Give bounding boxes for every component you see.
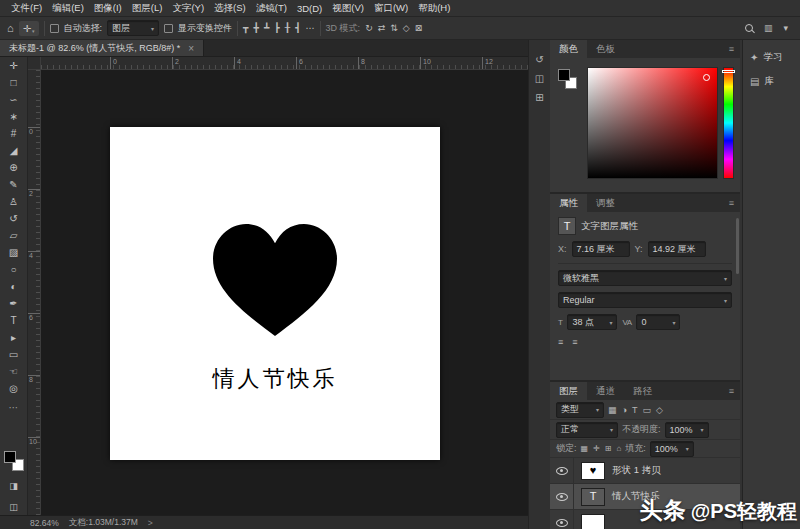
clone-stamp-tool[interactable]: ♙ [0, 193, 28, 210]
blend-mode-dropdown[interactable]: 正常 ▾ [556, 422, 618, 438]
history-brush-tool[interactable]: ↺ [0, 210, 28, 227]
menu-type[interactable]: 文字(Y) [167, 2, 209, 15]
blur-tool[interactable]: ○ [0, 261, 28, 278]
hand-tool[interactable]: ☜ [0, 363, 28, 380]
3d-drag-icon[interactable]: ⇅ [390, 23, 398, 33]
type-tool[interactable]: T [0, 312, 28, 329]
auto-select-target-dropdown[interactable]: 图层 ▾ [107, 20, 159, 36]
opacity-field[interactable]: 100% ▾ [665, 422, 709, 438]
tab-channels[interactable]: 通道 [587, 382, 624, 400]
menu-layer[interactable]: 图层(L) [127, 2, 168, 15]
tab-properties[interactable]: 属性 [550, 194, 587, 212]
current-tool-preset[interactable]: ✛ ▾ [19, 21, 39, 36]
path-selection-tool[interactable]: ▸ [0, 329, 28, 346]
document-tab[interactable]: 未标题-1 @ 82.6% (情人节快乐, RGB/8#) * × [0, 40, 204, 56]
move-tool[interactable]: ✛ [0, 57, 28, 74]
hue-slider[interactable] [723, 67, 734, 179]
spot-healing-brush-tool[interactable]: ⊕ [0, 159, 28, 176]
align-top-edges-icon[interactable]: ┳ [243, 23, 248, 33]
menu-3d[interactable]: 3D(D) [292, 3, 327, 14]
pen-tool[interactable]: ✒ [0, 295, 28, 312]
tab-adjustments[interactable]: 调整 [587, 194, 624, 212]
pasteboard[interactable]: 情人节快乐 [42, 71, 528, 515]
shape-tool[interactable]: ▭ [0, 346, 28, 363]
quick-mask-icon[interactable]: ◨ [0, 479, 28, 493]
align-vertical-centers-icon[interactable]: ╋ [254, 23, 259, 33]
lock-all-icon[interactable]: ⌂ [616, 444, 621, 453]
x-position-field[interactable]: 7.16 厘米 [572, 241, 630, 257]
menu-window[interactable]: 窗口(W) [369, 2, 413, 15]
menu-view[interactable]: 视图(V) [327, 2, 369, 15]
font-style-dropdown[interactable]: Regular ▾ [558, 292, 732, 308]
lock-transparent-pixels-icon[interactable]: ▦ [581, 444, 589, 453]
zoom-tool[interactable]: ◎ [0, 380, 28, 397]
horizontal-ruler[interactable]: 024681012 [41, 57, 528, 70]
status-expand-icon[interactable]: > [148, 518, 153, 528]
fill-field[interactable]: 100% ▾ [650, 441, 694, 457]
layer-visibility-toggle[interactable] [550, 484, 574, 509]
layer-visibility-toggle[interactable] [550, 458, 574, 483]
color-swatch-pair[interactable] [556, 67, 582, 99]
crop-tool[interactable]: # [0, 125, 28, 142]
menu-file[interactable]: 文件(F) [6, 2, 47, 15]
gradient-tool[interactable]: ▨ [0, 244, 28, 261]
foreground-color-swatch[interactable] [4, 451, 16, 463]
color-picker-marker[interactable] [703, 74, 710, 81]
panel-menu-icon[interactable]: ≡ [729, 44, 740, 54]
close-tab-icon[interactable]: × [188, 43, 194, 54]
lock-position-icon[interactable]: ⊞ [605, 444, 612, 453]
menu-select[interactable]: 选择(S) [209, 2, 251, 15]
eraser-tool[interactable]: ▱ [0, 227, 28, 244]
search-icon[interactable] [745, 24, 753, 32]
canvas-text[interactable]: 情人节快乐 [110, 364, 440, 394]
3d-roll-icon[interactable]: ⇄ [378, 23, 386, 33]
workspace-icon[interactable]: ▥ [764, 23, 773, 33]
show-transform-checkbox[interactable] [164, 24, 173, 33]
tracking-dropdown[interactable]: 0 ▾ [636, 314, 680, 330]
zoom-level-field[interactable]: 82.64% [30, 518, 59, 528]
tab-paths[interactable]: 路径 [624, 382, 661, 400]
3d-slide-icon[interactable]: ◇ [403, 23, 410, 33]
learn-panel-button[interactable]: ✦ 学习 [743, 48, 800, 67]
chevron-down-icon[interactable]: ▾ [783, 23, 788, 33]
quick-selection-tool[interactable]: ∗ [0, 108, 28, 125]
align-bottom-edges-icon[interactable]: ┻ [264, 23, 269, 33]
menu-filter[interactable]: 滤镜(T) [251, 2, 292, 15]
panel-menu-icon[interactable]: ≡ [729, 198, 740, 208]
layer-visibility-toggle[interactable] [550, 510, 574, 529]
collapsed-history-panel-icon[interactable]: ↺ [535, 54, 543, 65]
3d-scale-icon[interactable]: ⊠ [415, 23, 423, 33]
3d-rotate-icon[interactable]: ↻ [365, 23, 373, 33]
menu-help[interactable]: 帮助(H) [413, 2, 455, 15]
lock-image-pixels-icon[interactable]: ✛ [593, 444, 600, 453]
collapsed-info-panel-icon[interactable]: ◫ [535, 73, 544, 84]
vertical-ruler[interactable]: 0246810 [28, 70, 41, 515]
more-options-icon[interactable]: ⋯ [306, 23, 315, 33]
lasso-tool[interactable]: ∽ [0, 91, 28, 108]
text-align-left-icon[interactable]: ≡ [558, 337, 563, 347]
tab-layers[interactable]: 图层 [550, 382, 587, 400]
tab-swatches[interactable]: 色板 [587, 40, 624, 58]
layer-thumbnail[interactable] [581, 514, 605, 529]
layer-thumbnail[interactable]: ♥ [581, 462, 605, 480]
filter-pixel-layers-icon[interactable]: ▦ [608, 405, 617, 415]
foreground-color-swatch[interactable] [558, 69, 570, 81]
brush-tool[interactable]: ✎ [0, 176, 28, 193]
menu-edit[interactable]: 编辑(E) [47, 2, 89, 15]
panel-scrollbar[interactable] [736, 218, 739, 274]
ruler-origin[interactable] [28, 57, 41, 70]
hue-slider-marker[interactable] [722, 70, 735, 73]
layer-filter-dropdown[interactable]: 类型 ▾ [556, 402, 604, 418]
text-options-icon[interactable]: ≡ [572, 337, 577, 347]
layer-row-shape-copy[interactable]: ♥ 形状 1 拷贝 [550, 458, 740, 484]
libraries-panel-button[interactable]: ▤ 库 [743, 72, 800, 91]
foreground-background-swatches[interactable] [3, 450, 25, 472]
rectangular-marquee-tool[interactable]: □ [0, 74, 28, 91]
layer-thumbnail[interactable]: T [581, 488, 605, 506]
y-position-field[interactable]: 14.92 厘米 [648, 241, 706, 257]
align-left-edges-icon[interactable]: ┣ [274, 23, 279, 33]
align-horizontal-centers-icon[interactable]: ╂ [285, 23, 290, 33]
screen-mode-icon[interactable]: ◫ [0, 500, 28, 514]
font-size-dropdown[interactable]: 38 点 ▾ [567, 314, 617, 330]
filter-type-layers-icon[interactable]: T [632, 405, 638, 415]
